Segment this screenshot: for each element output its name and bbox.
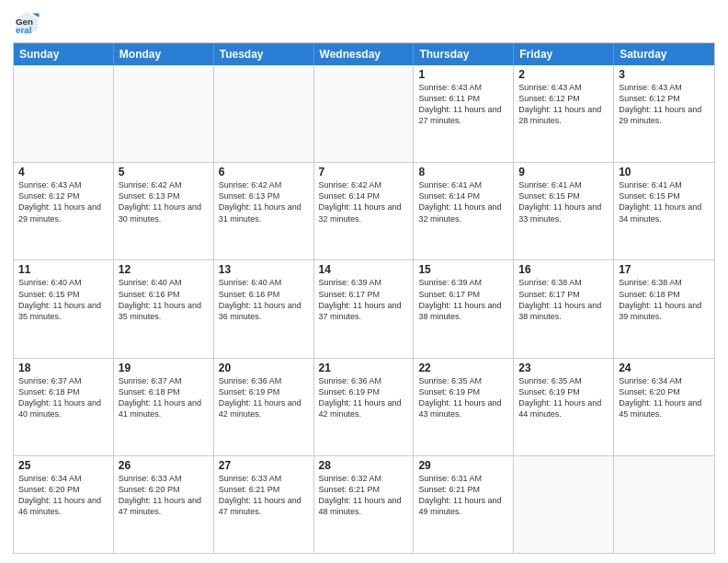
- calendar-cell: 8Sunrise: 6:41 AMSunset: 6:14 PMDaylight…: [414, 163, 514, 259]
- cell-info: Sunrise: 6:40 AMSunset: 6:16 PMDaylight:…: [219, 277, 309, 322]
- cell-info: Sunrise: 6:41 AMSunset: 6:15 PMDaylight:…: [619, 179, 710, 224]
- cell-info: Sunrise: 6:40 AMSunset: 6:15 PMDaylight:…: [18, 277, 108, 322]
- calendar-row: 25Sunrise: 6:34 AMSunset: 6:20 PMDayligh…: [14, 455, 714, 553]
- day-number: 14: [319, 263, 409, 276]
- day-number: 19: [119, 362, 209, 374]
- day-number: 2: [518, 68, 609, 81]
- cell-info: Sunrise: 6:40 AMSunset: 6:16 PMDaylight:…: [119, 277, 209, 322]
- cell-info: Sunrise: 6:41 AMSunset: 6:14 PMDaylight:…: [418, 179, 508, 224]
- header-thursday: Thursday: [414, 43, 514, 65]
- calendar-cell: 13Sunrise: 6:40 AMSunset: 6:16 PMDayligh…: [214, 260, 314, 357]
- day-number: 5: [119, 166, 209, 178]
- day-number: 23: [518, 362, 609, 374]
- header-friday: Friday: [514, 43, 614, 65]
- calendar-cell: [214, 65, 314, 162]
- calendar-body: 1Sunrise: 6:43 AMSunset: 6:11 PMDaylight…: [14, 65, 714, 553]
- cell-info: Sunrise: 6:43 AMSunset: 6:12 PMDaylight:…: [18, 179, 108, 224]
- day-number: 18: [18, 362, 108, 374]
- calendar-cell: 24Sunrise: 6:34 AMSunset: 6:20 PMDayligh…: [614, 359, 714, 455]
- calendar-cell: 10Sunrise: 6:41 AMSunset: 6:15 PMDayligh…: [614, 163, 714, 259]
- cell-info: Sunrise: 6:42 AMSunset: 6:13 PMDaylight:…: [219, 179, 309, 224]
- calendar-cell: [14, 65, 114, 162]
- calendar-row: 11Sunrise: 6:40 AMSunset: 6:15 PMDayligh…: [14, 259, 714, 357]
- day-number: 7: [319, 166, 409, 178]
- day-number: 22: [418, 362, 508, 374]
- cell-info: Sunrise: 6:37 AMSunset: 6:18 PMDaylight:…: [119, 375, 209, 420]
- cell-info: Sunrise: 6:42 AMSunset: 6:13 PMDaylight:…: [119, 179, 209, 224]
- day-number: 4: [18, 166, 108, 178]
- day-number: 9: [518, 166, 609, 178]
- day-number: 29: [418, 459, 508, 472]
- calendar-cell: [514, 456, 614, 553]
- calendar: Sunday Monday Tuesday Wednesday Thursday…: [13, 42, 715, 554]
- day-number: 15: [418, 263, 508, 276]
- day-number: 6: [219, 166, 309, 178]
- calendar-cell: 6Sunrise: 6:42 AMSunset: 6:13 PMDaylight…: [214, 163, 314, 259]
- header: Gen eral: [13, 9, 715, 37]
- cell-info: Sunrise: 6:31 AMSunset: 6:21 PMDaylight:…: [418, 473, 508, 518]
- calendar-cell: 25Sunrise: 6:34 AMSunset: 6:20 PMDayligh…: [14, 456, 114, 553]
- calendar-cell: 17Sunrise: 6:38 AMSunset: 6:18 PMDayligh…: [614, 260, 714, 357]
- calendar-cell: 4Sunrise: 6:43 AMSunset: 6:12 PMDaylight…: [14, 163, 114, 259]
- calendar-row: 18Sunrise: 6:37 AMSunset: 6:18 PMDayligh…: [14, 358, 714, 455]
- calendar-cell: 29Sunrise: 6:31 AMSunset: 6:21 PMDayligh…: [414, 456, 514, 553]
- cell-info: Sunrise: 6:35 AMSunset: 6:19 PMDaylight:…: [418, 375, 508, 420]
- calendar-cell: 9Sunrise: 6:41 AMSunset: 6:15 PMDaylight…: [514, 163, 614, 259]
- calendar-row: 4Sunrise: 6:43 AMSunset: 6:12 PMDaylight…: [14, 162, 714, 259]
- header-wednesday: Wednesday: [314, 43, 415, 65]
- day-number: 28: [319, 459, 409, 472]
- calendar-cell: [114, 65, 214, 162]
- calendar-cell: 1Sunrise: 6:43 AMSunset: 6:11 PMDaylight…: [414, 65, 514, 162]
- calendar-header: Sunday Monday Tuesday Wednesday Thursday…: [14, 43, 714, 65]
- calendar-cell: [614, 456, 714, 553]
- cell-info: Sunrise: 6:34 AMSunset: 6:20 PMDaylight:…: [18, 473, 108, 518]
- cell-info: Sunrise: 6:32 AMSunset: 6:21 PMDaylight:…: [319, 473, 409, 518]
- header-tuesday: Tuesday: [214, 43, 314, 65]
- calendar-cell: 28Sunrise: 6:32 AMSunset: 6:21 PMDayligh…: [314, 456, 415, 553]
- day-number: 20: [219, 362, 309, 374]
- cell-info: Sunrise: 6:39 AMSunset: 6:17 PMDaylight:…: [319, 277, 409, 322]
- day-number: 13: [219, 263, 309, 276]
- day-number: 27: [219, 459, 309, 472]
- cell-info: Sunrise: 6:43 AMSunset: 6:12 PMDaylight:…: [518, 82, 609, 127]
- cell-info: Sunrise: 6:43 AMSunset: 6:11 PMDaylight:…: [418, 82, 508, 127]
- cell-info: Sunrise: 6:38 AMSunset: 6:18 PMDaylight:…: [619, 277, 710, 322]
- header-monday: Monday: [114, 43, 214, 65]
- calendar-cell: 22Sunrise: 6:35 AMSunset: 6:19 PMDayligh…: [414, 359, 514, 455]
- day-number: 24: [619, 362, 710, 374]
- logo: Gen eral: [13, 9, 44, 37]
- cell-info: Sunrise: 6:38 AMSunset: 6:17 PMDaylight:…: [518, 277, 609, 322]
- calendar-cell: 15Sunrise: 6:39 AMSunset: 6:17 PMDayligh…: [414, 260, 514, 357]
- calendar-cell: 16Sunrise: 6:38 AMSunset: 6:17 PMDayligh…: [514, 260, 614, 357]
- day-number: 21: [319, 362, 409, 374]
- day-number: 11: [18, 263, 108, 276]
- day-number: 1: [418, 68, 508, 81]
- cell-info: Sunrise: 6:34 AMSunset: 6:20 PMDaylight:…: [619, 375, 710, 420]
- day-number: 16: [518, 263, 609, 276]
- calendar-cell: 23Sunrise: 6:35 AMSunset: 6:19 PMDayligh…: [514, 359, 614, 455]
- cell-info: Sunrise: 6:36 AMSunset: 6:19 PMDaylight:…: [319, 375, 409, 420]
- day-number: 17: [619, 263, 710, 276]
- page: Gen eral Sunday Monday Tuesday Wednesday…: [0, 0, 728, 563]
- calendar-cell: 18Sunrise: 6:37 AMSunset: 6:18 PMDayligh…: [14, 359, 114, 455]
- calendar-cell: 7Sunrise: 6:42 AMSunset: 6:14 PMDaylight…: [314, 163, 415, 259]
- calendar-cell: 12Sunrise: 6:40 AMSunset: 6:16 PMDayligh…: [114, 260, 214, 357]
- logo-icon: Gen eral: [13, 9, 40, 37]
- calendar-cell: 14Sunrise: 6:39 AMSunset: 6:17 PMDayligh…: [314, 260, 415, 357]
- calendar-cell: 19Sunrise: 6:37 AMSunset: 6:18 PMDayligh…: [114, 359, 214, 455]
- cell-info: Sunrise: 6:35 AMSunset: 6:19 PMDaylight:…: [518, 375, 609, 420]
- calendar-cell: 27Sunrise: 6:33 AMSunset: 6:21 PMDayligh…: [214, 456, 314, 553]
- cell-info: Sunrise: 6:43 AMSunset: 6:12 PMDaylight:…: [619, 82, 710, 127]
- cell-info: Sunrise: 6:33 AMSunset: 6:21 PMDaylight:…: [219, 473, 309, 518]
- calendar-cell: 2Sunrise: 6:43 AMSunset: 6:12 PMDaylight…: [514, 65, 614, 162]
- calendar-cell: 11Sunrise: 6:40 AMSunset: 6:15 PMDayligh…: [14, 260, 114, 357]
- day-number: 10: [619, 166, 710, 178]
- cell-info: Sunrise: 6:41 AMSunset: 6:15 PMDaylight:…: [518, 179, 609, 224]
- calendar-cell: 21Sunrise: 6:36 AMSunset: 6:19 PMDayligh…: [314, 359, 415, 455]
- day-number: 3: [619, 68, 710, 81]
- day-number: 25: [18, 459, 108, 472]
- day-number: 26: [119, 459, 209, 472]
- cell-info: Sunrise: 6:39 AMSunset: 6:17 PMDaylight:…: [418, 277, 508, 322]
- calendar-cell: 26Sunrise: 6:33 AMSunset: 6:20 PMDayligh…: [114, 456, 214, 553]
- calendar-cell: [314, 65, 415, 162]
